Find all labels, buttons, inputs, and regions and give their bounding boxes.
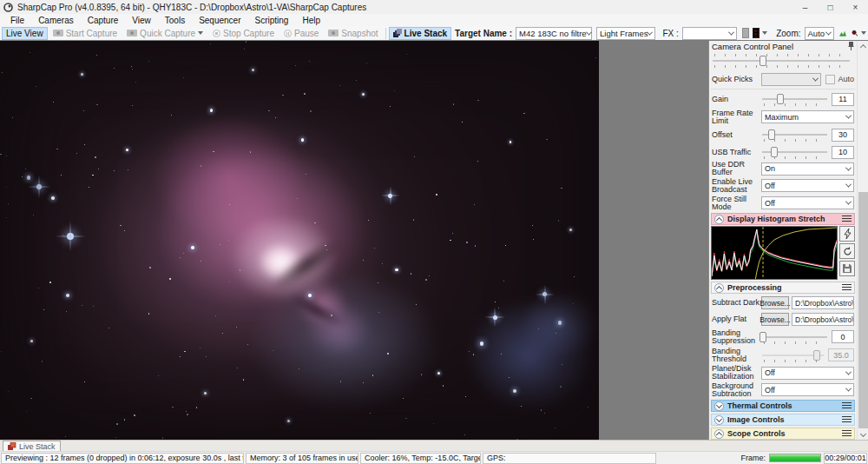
image-controls-header[interactable]: Image Controls <box>711 414 855 426</box>
fx-label: FX : <box>660 29 681 38</box>
thermal-controls-header[interactable]: Thermal Controls <box>711 400 855 412</box>
panel-scrollbar[interactable] <box>857 41 868 440</box>
target-name-combo[interactable]: M42 183C no filtre <box>516 27 592 40</box>
banding-suppression-slider[interactable] <box>761 329 828 345</box>
offset-slider[interactable] <box>761 127 828 143</box>
auto-stretch-button[interactable] <box>839 226 855 242</box>
apply-flat-combo[interactable]: D:\Dropbox\Astro\... <box>792 313 854 326</box>
panel-header: Camera Control Panel <box>711 42 855 51</box>
ddr-buffer-combo[interactable]: On <box>761 162 854 176</box>
banding-threshold-row: Banding Threshold 35.0 <box>711 346 855 364</box>
fx-combo[interactable] <box>682 27 737 40</box>
scope-controls-header[interactable]: Scope Controls <box>711 428 855 440</box>
frame-progress-bar <box>769 454 821 462</box>
menu-file[interactable]: File <box>3 16 31 25</box>
scroll-up-arrow[interactable] <box>858 41 868 51</box>
frame-rate-combo[interactable]: Maximum <box>761 110 854 123</box>
offset-value[interactable]: 30 <box>832 129 854 142</box>
live-broadcast-row: Enable Live Broadcast Off <box>711 176 855 195</box>
still-mode-label: Force Still Mode <box>712 196 761 211</box>
background-subtraction-combo[interactable]: Off <box>761 383 854 396</box>
stop-capture-button[interactable]: Stop Capture <box>208 27 279 40</box>
gain-slider[interactable] <box>761 91 828 107</box>
start-capture-button[interactable]: Start Capture <box>49 27 122 40</box>
usb-traffic-slider[interactable] <box>761 144 828 160</box>
scrollbar-thumb[interactable] <box>858 192 868 428</box>
save-stretch-button[interactable] <box>839 261 855 276</box>
preprocessing-section-header[interactable]: Preprocessing <box>711 282 855 294</box>
collapse-button[interactable] <box>714 215 724 224</box>
subtract-dark-combo[interactable]: D:\Dropbox\Astro\... <box>792 296 854 309</box>
menu-tools[interactable]: Tools <box>158 16 192 25</box>
close-button[interactable]: × <box>843 0 868 14</box>
exposure-slider[interactable] <box>712 53 851 69</box>
subtract-dark-browse-button[interactable]: Browse... <box>761 296 789 309</box>
apply-flat-browse-button[interactable]: Browse... <box>761 313 789 326</box>
collapse-button[interactable] <box>714 283 724 293</box>
status-bar: Previewing : 12 frames (0 dropped) in 0:… <box>0 451 868 464</box>
chevron-up-icon <box>716 285 722 291</box>
camera-icon <box>127 30 137 36</box>
menu-icon[interactable] <box>842 215 852 222</box>
still-mode-combo[interactable]: Off <box>761 196 854 209</box>
live-stack-tab[interactable]: Live Stack <box>3 441 61 451</box>
histogram-toggle-icon[interactable] <box>839 28 847 39</box>
camera-icon <box>53 30 63 36</box>
menu-view[interactable]: View <box>125 16 158 25</box>
live-broadcast-combo[interactable]: Off <box>761 179 854 192</box>
quick-picks-combo[interactable] <box>761 73 821 86</box>
lightning-icon <box>844 229 852 239</box>
banding-suppression-label: Banding Suppression <box>712 329 761 345</box>
preprocessing-section-title: Preprocessing <box>727 283 782 292</box>
chevron-up-icon <box>716 431 722 437</box>
scroll-down-arrow[interactable] <box>858 429 868 440</box>
background-subtraction-row: Background Subtraction Off <box>711 381 855 398</box>
frame-type-combo[interactable]: Light Frames <box>596 27 655 40</box>
chevron-down-icon <box>198 31 203 35</box>
maximize-button[interactable]: □ <box>818 0 843 14</box>
frame-progress-label: Frame: <box>740 454 766 462</box>
live-view-image[interactable] <box>0 41 599 440</box>
chevron-down-icon <box>728 29 734 35</box>
pin-icon[interactable] <box>848 42 854 51</box>
menu-icon[interactable] <box>842 402 852 409</box>
zoom-combo[interactable]: Auto <box>805 27 835 40</box>
planet-stabilization-combo[interactable]: Off <box>761 367 854 380</box>
expand-button[interactable] <box>714 415 724 425</box>
gain-value[interactable]: 11 <box>832 93 854 106</box>
usb-traffic-row: USB Traffic 10 <box>711 143 855 161</box>
live-view-button[interactable]: Live View <box>2 27 48 40</box>
menu-icon[interactable] <box>842 416 852 423</box>
quick-capture-button[interactable]: Quick Capture <box>122 27 207 40</box>
menu-sequencer[interactable]: Sequencer <box>192 16 247 25</box>
app-icon <box>3 3 13 12</box>
auto-checkbox[interactable] <box>825 75 835 84</box>
reset-stretch-button[interactable] <box>839 243 855 259</box>
chevron-down-icon <box>845 164 852 170</box>
menu-capture[interactable]: Capture <box>81 16 126 25</box>
menu-cameras[interactable]: Cameras <box>31 16 81 25</box>
memory-status: Memory: 3 of 105 frames in use. <box>246 453 358 464</box>
selection-area-button[interactable] <box>742 28 749 38</box>
collapse-button[interactable] <box>714 429 724 439</box>
gain-label: Gain <box>712 96 761 103</box>
menu-help[interactable]: Help <box>295 16 327 25</box>
histogram-section-header[interactable]: Display Histogram Stretch <box>711 213 855 225</box>
menu-scripting[interactable]: Scripting <box>248 16 296 25</box>
banding-suppression-row: Banding Suppression 0 <box>711 328 855 346</box>
chevron-down-icon <box>716 401 722 408</box>
menu-icon[interactable] <box>842 284 852 291</box>
histogram-chart[interactable] <box>711 226 838 280</box>
snapshot-button[interactable]: Snapshot <box>324 27 382 40</box>
menu-bar: File Cameras Capture View Tools Sequence… <box>0 14 868 26</box>
banding-suppression-value[interactable]: 0 <box>832 330 854 343</box>
reticle-magnifier-icon[interactable] <box>852 28 858 38</box>
pause-button[interactable]: Pause <box>279 27 323 40</box>
expand-button[interactable] <box>714 401 724 411</box>
live-stack-button[interactable]: Live Stack <box>389 27 451 40</box>
menu-icon[interactable] <box>842 430 852 437</box>
bayer-preview-button[interactable] <box>753 28 760 38</box>
minimize-button[interactable]: – <box>792 0 818 14</box>
banding-threshold-label: Banding Threshold <box>712 348 761 363</box>
usb-traffic-value[interactable]: 10 <box>832 146 854 159</box>
